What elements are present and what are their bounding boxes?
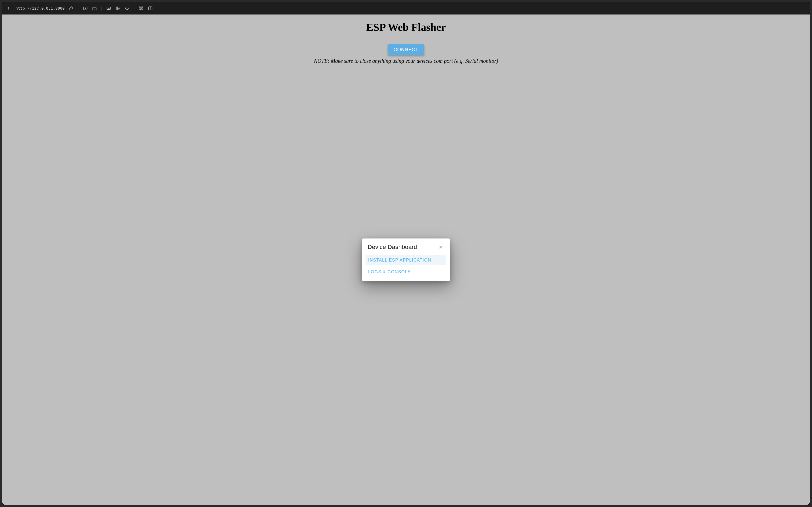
modal-title: Device Dashboard xyxy=(368,243,417,250)
close-icon[interactable] xyxy=(437,243,444,251)
crosshair-icon[interactable] xyxy=(124,6,129,11)
svg-point-7 xyxy=(125,7,128,10)
page-viewport: ESP Web Flasher CONNECT NOTE: Make sure … xyxy=(2,14,810,505)
browser-titlebar: http://127.0.0.1:8000 xyxy=(2,2,810,14)
modal-header: Device Dashboard xyxy=(362,238,450,253)
panel-right-icon[interactable] xyxy=(148,6,153,11)
info-icon[interactable] xyxy=(6,6,11,11)
toolbar-separator xyxy=(78,6,78,11)
svg-rect-5 xyxy=(107,7,111,9)
camera-icon[interactable] xyxy=(92,6,97,11)
browser-window: http://127.0.0.1:8000 xyxy=(2,2,810,505)
link-icon[interactable] xyxy=(68,6,74,11)
svg-point-4 xyxy=(94,8,95,9)
logs-and-console-button[interactable]: LOGS & CONSOLE xyxy=(366,267,446,277)
download-tray-icon[interactable] xyxy=(83,6,88,11)
device-dashboard-modal: Device Dashboard INSTALL ESP APPLICATION… xyxy=(362,238,450,281)
svg-point-0 xyxy=(8,7,9,8)
toolbar-separator xyxy=(134,6,134,11)
svg-rect-12 xyxy=(149,7,152,10)
toolbar-separator xyxy=(101,6,102,11)
globe-icon[interactable] xyxy=(115,6,120,11)
puzzle-icon[interactable] xyxy=(139,6,144,11)
svg-rect-3 xyxy=(93,7,97,10)
install-esp-application-button[interactable]: INSTALL ESP APPLICATION xyxy=(366,255,446,265)
mail-icon[interactable] xyxy=(106,6,111,11)
address-bar-url[interactable]: http://127.0.0.1:8000 xyxy=(15,6,65,10)
